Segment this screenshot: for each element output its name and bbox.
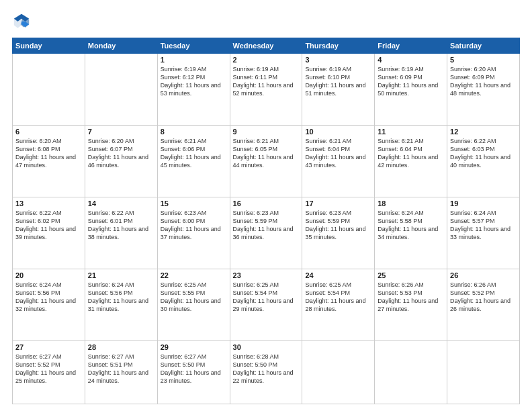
cell-info: Sunrise: 6:27 AM Sunset: 5:50 PM Dayligh… [161, 353, 227, 385]
calendar-cell: 2Sunrise: 6:19 AM Sunset: 6:11 PM Daylig… [230, 54, 302, 126]
day-number: 30 [233, 343, 300, 351]
day-number: 21 [88, 271, 154, 279]
calendar-cell: 12Sunrise: 6:22 AM Sunset: 6:03 PM Dayli… [447, 126, 520, 197]
weekday-header: Sunday [13, 38, 85, 54]
day-number: 26 [450, 271, 517, 279]
cell-info: Sunrise: 6:26 AM Sunset: 5:53 PM Dayligh… [378, 281, 444, 314]
cell-info: Sunrise: 6:25 AM Sunset: 5:54 PM Dayligh… [305, 281, 371, 314]
calendar-cell: 28Sunrise: 6:27 AM Sunset: 5:51 PM Dayli… [85, 341, 157, 404]
calendar-row: 20Sunrise: 6:24 AM Sunset: 5:56 PM Dayli… [13, 269, 520, 341]
day-number: 14 [88, 199, 154, 208]
cell-info: Sunrise: 6:21 AM Sunset: 6:06 PM Dayligh… [161, 137, 227, 170]
day-number: 8 [161, 128, 227, 136]
weekday-header: Friday [375, 38, 447, 54]
calendar-cell: 7Sunrise: 6:20 AM Sunset: 6:07 PM Daylig… [85, 126, 157, 197]
cell-info: Sunrise: 6:26 AM Sunset: 5:52 PM Dayligh… [450, 281, 517, 314]
cell-info: Sunrise: 6:25 AM Sunset: 5:54 PM Dayligh… [233, 281, 300, 314]
calendar-cell: 8Sunrise: 6:21 AM Sunset: 6:06 PM Daylig… [157, 126, 230, 197]
day-number: 13 [15, 199, 82, 208]
header [12, 12, 520, 31]
calendar-cell: 16Sunrise: 6:23 AM Sunset: 5:59 PM Dayli… [230, 197, 302, 269]
logo [12, 12, 34, 31]
calendar-row: 6Sunrise: 6:20 AM Sunset: 6:08 PM Daylig… [13, 126, 520, 197]
day-number: 16 [233, 199, 300, 208]
cell-info: Sunrise: 6:23 AM Sunset: 6:00 PM Dayligh… [161, 209, 227, 242]
cell-info: Sunrise: 6:19 AM Sunset: 6:09 PM Dayligh… [378, 65, 444, 98]
calendar-cell: 27Sunrise: 6:27 AM Sunset: 5:52 PM Dayli… [13, 341, 85, 404]
day-number: 6 [15, 128, 82, 136]
calendar-row: 13Sunrise: 6:22 AM Sunset: 6:02 PM Dayli… [13, 197, 520, 269]
day-number: 3 [305, 56, 371, 64]
calendar-cell: 30Sunrise: 6:28 AM Sunset: 5:50 PM Dayli… [230, 341, 302, 404]
calendar-cell: 26Sunrise: 6:26 AM Sunset: 5:52 PM Dayli… [447, 269, 520, 341]
calendar-cell: 20Sunrise: 6:24 AM Sunset: 5:56 PM Dayli… [13, 269, 85, 341]
day-number: 17 [305, 199, 371, 208]
weekday-header: Monday [85, 38, 157, 54]
cell-info: Sunrise: 6:19 AM Sunset: 6:12 PM Dayligh… [161, 65, 227, 98]
cell-info: Sunrise: 6:22 AM Sunset: 6:02 PM Dayligh… [15, 209, 82, 242]
day-number: 29 [161, 343, 227, 351]
calendar-cell: 18Sunrise: 6:24 AM Sunset: 5:58 PM Dayli… [375, 197, 447, 269]
calendar-cell: 23Sunrise: 6:25 AM Sunset: 5:54 PM Dayli… [230, 269, 302, 341]
day-number: 18 [378, 199, 444, 208]
weekday-header: Thursday [302, 38, 375, 54]
day-number: 27 [15, 343, 82, 351]
cell-info: Sunrise: 6:20 AM Sunset: 6:07 PM Dayligh… [88, 137, 154, 170]
calendar-cell: 19Sunrise: 6:24 AM Sunset: 5:57 PM Dayli… [447, 197, 520, 269]
day-number: 9 [233, 128, 300, 136]
cell-info: Sunrise: 6:21 AM Sunset: 6:04 PM Dayligh… [378, 137, 444, 170]
calendar-cell [13, 54, 85, 126]
cell-info: Sunrise: 6:21 AM Sunset: 6:04 PM Dayligh… [305, 137, 371, 170]
calendar-cell: 4Sunrise: 6:19 AM Sunset: 6:09 PM Daylig… [375, 54, 447, 126]
calendar-cell [375, 341, 447, 404]
cell-info: Sunrise: 6:25 AM Sunset: 5:55 PM Dayligh… [161, 281, 227, 314]
cell-info: Sunrise: 6:19 AM Sunset: 6:11 PM Dayligh… [233, 65, 300, 98]
day-number: 7 [88, 128, 154, 136]
weekday-header: Saturday [447, 38, 520, 54]
calendar-cell: 24Sunrise: 6:25 AM Sunset: 5:54 PM Dayli… [302, 269, 375, 341]
calendar-cell: 25Sunrise: 6:26 AM Sunset: 5:53 PM Dayli… [375, 269, 447, 341]
cell-info: Sunrise: 6:27 AM Sunset: 5:51 PM Dayligh… [88, 353, 154, 385]
day-number: 1 [161, 56, 227, 64]
cell-info: Sunrise: 6:22 AM Sunset: 6:01 PM Dayligh… [88, 209, 154, 242]
calendar-cell: 15Sunrise: 6:23 AM Sunset: 6:00 PM Dayli… [157, 197, 230, 269]
day-number: 19 [450, 199, 517, 208]
calendar-header-row: SundayMondayTuesdayWednesdayThursdayFrid… [13, 38, 520, 54]
calendar-cell: 1Sunrise: 6:19 AM Sunset: 6:12 PM Daylig… [157, 54, 230, 126]
cell-info: Sunrise: 6:21 AM Sunset: 6:05 PM Dayligh… [233, 137, 300, 170]
cell-info: Sunrise: 6:23 AM Sunset: 5:59 PM Dayligh… [233, 209, 300, 242]
calendar-cell: 9Sunrise: 6:21 AM Sunset: 6:05 PM Daylig… [230, 126, 302, 197]
calendar-cell: 22Sunrise: 6:25 AM Sunset: 5:55 PM Dayli… [157, 269, 230, 341]
day-number: 5 [450, 56, 517, 64]
day-number: 28 [88, 343, 154, 351]
calendar-cell: 5Sunrise: 6:20 AM Sunset: 6:09 PM Daylig… [447, 54, 520, 126]
cell-info: Sunrise: 6:27 AM Sunset: 5:52 PM Dayligh… [15, 353, 82, 385]
calendar-cell: 11Sunrise: 6:21 AM Sunset: 6:04 PM Dayli… [375, 126, 447, 197]
calendar-cell: 29Sunrise: 6:27 AM Sunset: 5:50 PM Dayli… [157, 341, 230, 404]
page: SundayMondayTuesdayWednesdayThursdayFrid… [0, 0, 532, 411]
cell-info: Sunrise: 6:19 AM Sunset: 6:10 PM Dayligh… [305, 65, 371, 98]
calendar-cell [447, 341, 520, 404]
cell-info: Sunrise: 6:20 AM Sunset: 6:09 PM Dayligh… [450, 65, 517, 98]
calendar-row: 1Sunrise: 6:19 AM Sunset: 6:12 PM Daylig… [13, 54, 520, 126]
calendar-cell [302, 341, 375, 404]
day-number: 23 [233, 271, 300, 279]
day-number: 20 [15, 271, 82, 279]
cell-info: Sunrise: 6:22 AM Sunset: 6:03 PM Dayligh… [450, 137, 517, 170]
day-number: 24 [305, 271, 371, 279]
calendar-cell: 6Sunrise: 6:20 AM Sunset: 6:08 PM Daylig… [13, 126, 85, 197]
logo-icon [12, 12, 31, 31]
calendar-cell: 13Sunrise: 6:22 AM Sunset: 6:02 PM Dayli… [13, 197, 85, 269]
day-number: 22 [161, 271, 227, 279]
cell-info: Sunrise: 6:24 AM Sunset: 5:58 PM Dayligh… [378, 209, 444, 242]
day-number: 12 [450, 128, 517, 136]
day-number: 2 [233, 56, 300, 64]
cell-info: Sunrise: 6:20 AM Sunset: 6:08 PM Dayligh… [15, 137, 82, 170]
calendar-table: SundayMondayTuesdayWednesdayThursdayFrid… [12, 38, 520, 404]
calendar-cell: 21Sunrise: 6:24 AM Sunset: 5:56 PM Dayli… [85, 269, 157, 341]
cell-info: Sunrise: 6:23 AM Sunset: 5:59 PM Dayligh… [305, 209, 371, 242]
weekday-header: Wednesday [230, 38, 302, 54]
day-number: 11 [378, 128, 444, 136]
calendar-cell: 10Sunrise: 6:21 AM Sunset: 6:04 PM Dayli… [302, 126, 375, 197]
day-number: 15 [161, 199, 227, 208]
